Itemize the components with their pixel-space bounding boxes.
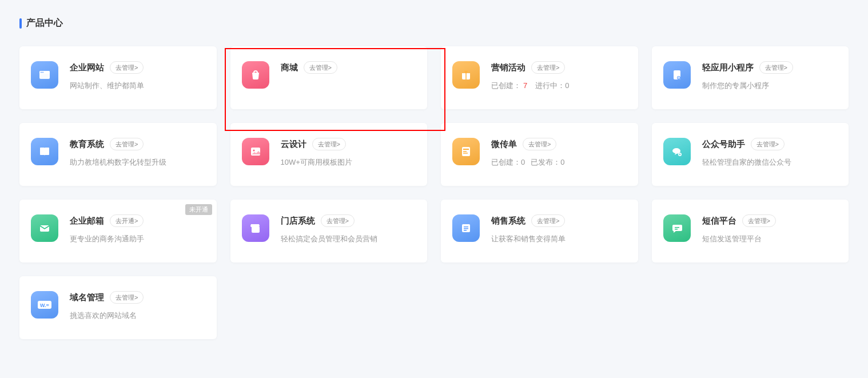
card-title: 云设计	[281, 139, 306, 150]
card-title: 微传单	[491, 139, 517, 150]
site-icon	[31, 61, 58, 89]
card-title: 域名管理	[70, 292, 104, 303]
card-sales[interactable]: 销售系统 去管理> 让获客和销售变得简单	[441, 200, 638, 262]
manage-button[interactable]: 去管理>	[742, 214, 776, 227]
manage-button[interactable]: 去管理>	[110, 61, 144, 74]
edu-icon	[31, 138, 58, 165]
svg-point-2	[41, 72, 42, 73]
sales-icon	[452, 214, 480, 242]
manage-button[interactable]: 去管理>	[110, 291, 144, 304]
svg-rect-19	[464, 230, 467, 231]
card-miniapp[interactable]: 轻应用小程序 去管理> 制作您的专属小程序	[652, 46, 849, 109]
card-desc: 让获客和销售变得简单	[491, 234, 627, 244]
card-stats: 已创建：7进行中：0	[491, 81, 627, 91]
svg-rect-18	[464, 228, 468, 229]
section-title-row: 产品中心	[19, 17, 849, 29]
miniapp-icon	[663, 61, 691, 89]
card-store[interactable]: 门店系统 去管理> 轻松搞定会员管理和会员营销	[230, 200, 428, 262]
card-title: 企业网站	[70, 62, 104, 73]
activate-button[interactable]: 去开通>	[110, 214, 144, 227]
card-desc: 10W+可商用模板图片	[281, 157, 416, 168]
svg-text:W.=: W.=	[40, 303, 49, 308]
card-desc: 短信发送管理平台	[702, 234, 838, 244]
manage-button[interactable]: 去管理>	[531, 61, 565, 74]
card-desc: 制作您的专属小程序	[702, 81, 838, 91]
card-title: 短信平台	[702, 216, 736, 226]
card-desc: 网站制作、维护都简单	[70, 81, 205, 91]
svg-rect-17	[464, 226, 468, 228]
card-title: 门店系统	[281, 216, 315, 226]
svg-rect-21	[675, 229, 678, 230]
manage-button[interactable]: 去管理>	[531, 214, 565, 227]
manage-button[interactable]: 去管理>	[312, 138, 346, 150]
svg-rect-12	[463, 151, 467, 152]
arrow-annotation	[0, 339, 868, 378]
manage-button[interactable]: 去管理>	[523, 138, 556, 150]
svg-point-3	[42, 72, 43, 73]
card-mp[interactable]: 公众号助手 去管理> 轻松管理自家的微信公众号	[652, 123, 849, 186]
sms-icon	[663, 214, 691, 242]
card-title: 轻应用小程序	[702, 62, 754, 73]
card-desc: 挑选喜欢的网站域名	[70, 311, 205, 321]
design-icon	[242, 138, 269, 165]
card-flyer[interactable]: 微传单 去管理> 已创建：0已发布：0	[441, 123, 638, 186]
svg-point-9	[253, 150, 254, 152]
manage-button[interactable]: 去管理>	[751, 138, 785, 150]
card-desc: 助力教培机构数字化转型升级	[70, 157, 205, 168]
svg-rect-13	[463, 153, 468, 154]
accent-bar	[19, 18, 22, 29]
card-title: 销售系统	[491, 216, 525, 226]
card-design[interactable]: 云设计 去管理> 10W+可商用模板图片	[230, 123, 428, 186]
mail-icon	[31, 214, 58, 242]
inactive-badge: 未开通	[185, 204, 212, 215]
card-marketing[interactable]: 营销活动 去管理> 已创建：7进行中：0	[441, 46, 638, 109]
card-desc: 更专业的商务沟通助手	[70, 234, 205, 244]
card-title: 营销活动	[491, 62, 525, 73]
store-icon	[242, 214, 269, 242]
card-site[interactable]: 企业网站 去管理> 网站制作、维护都简单	[19, 46, 217, 109]
manage-button[interactable]: 去管理>	[759, 61, 793, 74]
domain-icon: W.=	[31, 291, 58, 319]
card-title: 企业邮箱	[70, 216, 104, 226]
mp-icon	[663, 138, 691, 165]
card-desc: 轻松管理自家的微信公众号	[702, 157, 838, 168]
flyer-icon	[452, 138, 480, 165]
card-mail[interactable]: 未开通 企业邮箱 去开通> 更专业的商务沟通助手	[19, 200, 217, 262]
card-stats: 已创建：0已发布：0	[491, 157, 627, 168]
card-title: 教育系统	[70, 139, 104, 150]
card-desc: 轻松搞定会员管理和会员营销	[281, 234, 416, 244]
card-edu[interactable]: 教育系统 去管理> 助力教培机构数字化转型升级	[19, 123, 217, 186]
manage-button[interactable]: 去管理>	[321, 214, 355, 227]
svg-rect-11	[463, 149, 469, 150]
card-title: 公众号助手	[702, 139, 745, 150]
card-sms[interactable]: 短信平台 去管理> 短信发送管理平台	[652, 200, 849, 262]
svg-point-7	[677, 76, 680, 79]
highlight-box	[225, 48, 445, 131]
marketing-icon	[452, 61, 480, 89]
manage-button[interactable]: 去管理>	[110, 138, 144, 150]
section-title: 产品中心	[26, 17, 63, 29]
svg-rect-20	[675, 227, 679, 228]
card-domain[interactable]: W.= 域名管理 去管理> 挑选喜欢的网站域名	[19, 276, 217, 339]
